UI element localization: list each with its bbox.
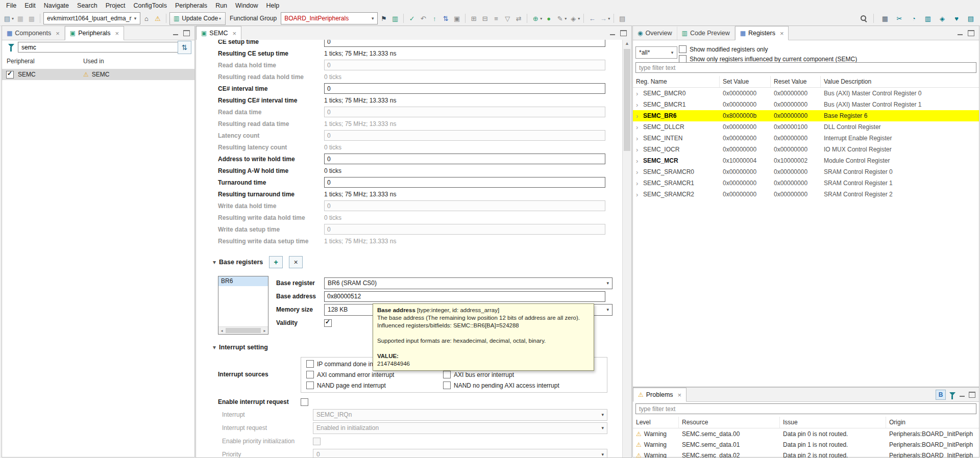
peripherals-filter-input[interactable] bbox=[18, 42, 178, 53]
expand-icon[interactable]: › bbox=[636, 90, 641, 97]
register-row[interactable]: ›SEMC_BMCR10x000000000x00000000Bus (AXI)… bbox=[633, 99, 979, 110]
expand-icon[interactable]: › bbox=[636, 123, 641, 131]
dropdown-caret-icon[interactable]: ▾ bbox=[540, 16, 542, 21]
add-base-register-button[interactable]: + bbox=[269, 256, 283, 268]
registers-filter-input[interactable] bbox=[635, 62, 976, 73]
column-header[interactable]: Origin bbox=[886, 417, 979, 428]
column-header-used-in[interactable]: Used in bbox=[83, 58, 104, 65]
expand-all-icon[interactable]: ⊞ bbox=[469, 13, 479, 23]
column-header[interactable]: Reset Value bbox=[771, 76, 821, 87]
column-header[interactable]: Level bbox=[633, 417, 679, 428]
import-icon[interactable]: ↑ bbox=[429, 13, 439, 23]
register-row[interactable]: ›SEMC_SRAMCR00x000000000x00000000SRAM Co… bbox=[633, 166, 979, 177]
minimize-icon[interactable] bbox=[959, 392, 965, 397]
scroll-left-icon[interactable]: ◂ bbox=[218, 328, 225, 333]
favorites-icon[interactable]: ♥ bbox=[951, 13, 962, 23]
base-address-input[interactable] bbox=[324, 291, 605, 302]
horizontal-scrollbar[interactable]: ◂ ▸ bbox=[218, 326, 268, 334]
expand-icon[interactable]: › bbox=[636, 135, 641, 142]
tab-overview[interactable]: ◉ Overview bbox=[633, 27, 677, 40]
tab-registers[interactable]: ▦ Registers × bbox=[735, 26, 789, 40]
register-row[interactable]: ›SEMC_IOCR0x000000000x00000000IO MUX Con… bbox=[633, 144, 979, 155]
interrupt-source-checkbox[interactable] bbox=[443, 381, 451, 389]
close-icon[interactable]: × bbox=[678, 391, 682, 399]
dropdown-caret-icon[interactable]: ▾ bbox=[608, 16, 610, 21]
expand-icon[interactable]: › bbox=[636, 168, 641, 176]
interrupt-source-checkbox[interactable] bbox=[443, 371, 451, 378]
maximize-icon[interactable] bbox=[969, 392, 975, 398]
expand-icon[interactable]: › bbox=[636, 112, 641, 120]
expand-icon[interactable]: › bbox=[636, 157, 641, 165]
pins-tool-icon[interactable]: ✂ bbox=[894, 13, 904, 23]
register-row[interactable]: ›SEMC_BR60x8000000b0x00000000Base Regist… bbox=[633, 110, 979, 121]
column-header-peripheral[interactable]: Peripheral bbox=[7, 58, 35, 65]
menu-peripherals[interactable]: Peripherals bbox=[171, 1, 211, 10]
peripheral-checkbox[interactable] bbox=[6, 71, 14, 79]
dropdown-caret-icon[interactable]: ▾ bbox=[565, 16, 567, 21]
flag-icon[interactable]: ⚑ bbox=[379, 13, 389, 23]
peripheral-row[interactable]: SEMC⚠SEMC bbox=[2, 69, 194, 80]
close-icon[interactable]: × bbox=[232, 30, 236, 37]
close-icon[interactable]: × bbox=[56, 30, 60, 37]
tee-tool-icon[interactable]: ◈ bbox=[937, 13, 947, 23]
minimize-icon[interactable] bbox=[609, 31, 616, 36]
tab-components[interactable]: ▦ Components × bbox=[2, 27, 65, 40]
register-scope-combo[interactable]: *all* ▾ bbox=[635, 46, 677, 59]
scroll-thumb[interactable] bbox=[624, 49, 630, 151]
setting-input[interactable] bbox=[324, 177, 605, 188]
enable-interrupt-checkbox[interactable] bbox=[301, 398, 308, 406]
register-row[interactable]: ›SEMC_SRAMCR10x000000000x00000000SRAM Co… bbox=[633, 177, 979, 189]
record-icon[interactable]: ● bbox=[544, 13, 554, 23]
column-header[interactable]: Issue bbox=[780, 417, 886, 428]
setting-input[interactable] bbox=[324, 83, 605, 94]
column-header[interactable]: Set Value bbox=[720, 76, 771, 87]
register-row[interactable]: ›SEMC_DLLCR0x000000000x00000100DLL Contr… bbox=[633, 121, 979, 133]
functional-group-combo[interactable]: BOARD_InitPeripherals▾ bbox=[281, 12, 378, 24]
column-header[interactable]: Resource bbox=[679, 417, 780, 428]
update-code-button[interactable]: ▥Update Code▾ bbox=[169, 12, 226, 25]
monitor-icon[interactable]: ▣ bbox=[452, 13, 462, 23]
register-row[interactable]: ›SEMC_MCR0x100000040x10000002Module Cont… bbox=[633, 155, 979, 166]
base-register-dropdown[interactable]: BR6 (SRAM CS0) ▾ bbox=[324, 277, 612, 289]
save-all-icon[interactable]: ▩ bbox=[27, 13, 37, 23]
register-row[interactable]: ›SEMC_SRAMCR20x000000000x00000000SRAM Co… bbox=[633, 189, 979, 200]
scroll-up-icon[interactable]: ▲ bbox=[623, 41, 631, 46]
maximize-icon[interactable] bbox=[968, 30, 974, 36]
base-register-item[interactable]: BR6 bbox=[218, 276, 268, 286]
scroll-thumb[interactable] bbox=[226, 328, 261, 333]
interrupt-source-checkbox[interactable] bbox=[306, 360, 314, 368]
log-icon[interactable]: ▥ bbox=[390, 13, 400, 23]
collapse-twistie-icon[interactable]: ▾ bbox=[213, 259, 216, 266]
minimize-icon[interactable] bbox=[173, 31, 179, 36]
close-icon[interactable]: × bbox=[115, 30, 119, 37]
tab-problems[interactable]: ⚠ Problems × bbox=[633, 388, 687, 402]
registers-tool-icon[interactable]: ▤ bbox=[966, 13, 976, 23]
sort-toggle-button[interactable]: ⇅ bbox=[178, 41, 191, 54]
menu-edit[interactable]: Edit bbox=[20, 1, 40, 10]
menu-configtools[interactable]: ConfigTools bbox=[130, 1, 171, 10]
scroll-right-icon[interactable]: ▸ bbox=[261, 328, 268, 333]
problem-row[interactable]: ⚠WarningSEMC.semc_data.02Data pin 2 is n… bbox=[633, 450, 979, 458]
vertical-scrollbar[interactable]: ▲ bbox=[622, 40, 631, 457]
home-icon[interactable]: ⌂ bbox=[141, 13, 152, 23]
maximize-icon[interactable] bbox=[620, 30, 627, 36]
collapse-twistie-icon[interactable]: ▾ bbox=[213, 344, 216, 351]
expand-icon[interactable]: › bbox=[636, 180, 641, 187]
minimize-icon[interactable] bbox=[957, 31, 963, 36]
tab-semc[interactable]: ▣ SEMC × bbox=[196, 26, 241, 40]
pin-editor-icon[interactable]: ▤ bbox=[617, 13, 627, 23]
problem-row[interactable]: ⚠WarningSEMC.semc_data.01Data pin 1 is n… bbox=[633, 439, 979, 450]
menu-navigate[interactable]: Navigate bbox=[40, 1, 73, 10]
validity-checkbox[interactable] bbox=[324, 319, 332, 327]
filter-icon[interactable]: ▽ bbox=[502, 13, 512, 23]
expand-icon[interactable]: › bbox=[636, 146, 641, 154]
settings-icon[interactable]: ◈ bbox=[568, 13, 578, 23]
menu-window[interactable]: Window bbox=[231, 1, 262, 10]
menu-run[interactable]: Run bbox=[211, 1, 231, 10]
tab-code-preview[interactable]: ▥ Code Preview bbox=[677, 27, 735, 40]
dropdown-caret-icon[interactable]: ▾ bbox=[578, 16, 580, 21]
peripherals-tool-icon[interactable]: ▥ bbox=[923, 13, 933, 23]
menu-project[interactable]: Project bbox=[102, 1, 130, 10]
add-component-icon[interactable]: ⊕ bbox=[530, 13, 541, 23]
perspective-icon[interactable]: ▦ bbox=[880, 13, 890, 23]
